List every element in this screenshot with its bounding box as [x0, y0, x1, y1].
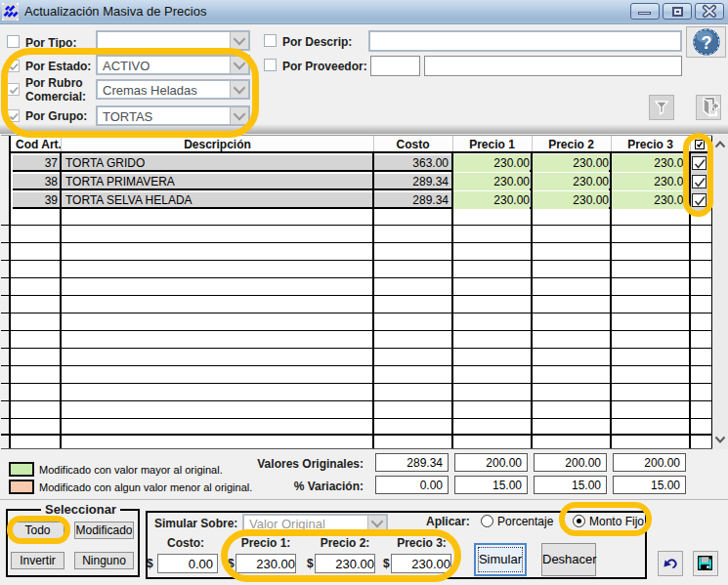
- svg-text:?: ?: [702, 33, 712, 53]
